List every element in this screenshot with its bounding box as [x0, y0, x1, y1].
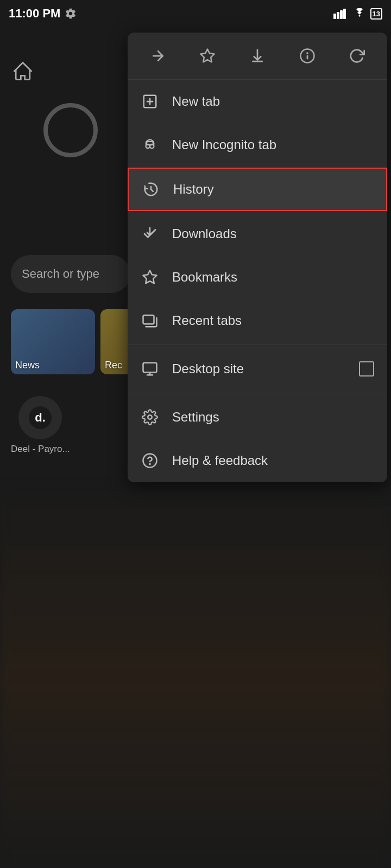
shortcut-deel[interactable]: d. Deel - Payro...	[11, 396, 70, 455]
dropdown-menu: New tab New Incognito tab History	[128, 33, 387, 482]
dropdown-toolbar	[128, 33, 387, 80]
svg-rect-17	[143, 363, 157, 373]
menu-item-bookmarks[interactable]: Bookmarks	[128, 256, 387, 299]
menu-item-downloads[interactable]: Downloads	[128, 212, 387, 256]
search-placeholder: Search or type	[22, 267, 99, 281]
recent-tabs-label: Recent tabs	[172, 313, 374, 328]
desktop-icon	[141, 360, 159, 378]
blurred-background	[0, 488, 391, 868]
settings-icon	[141, 408, 159, 426]
news-thumbnail[interactable]: News	[11, 309, 95, 374]
menu-item-help[interactable]: Help & feedback	[128, 439, 387, 482]
gear-icon	[65, 8, 77, 20]
new-tab-svg	[142, 93, 158, 110]
divider-1	[128, 344, 387, 345]
svg-rect-0	[333, 14, 336, 19]
wifi-icon	[352, 8, 367, 19]
svg-text:d.: d.	[35, 411, 46, 424]
refresh-button[interactable]	[343, 42, 370, 69]
news-label: News	[15, 360, 40, 371]
incognito-label: New Incognito tab	[172, 137, 374, 152]
forward-button[interactable]	[144, 42, 172, 69]
desktop-site-label: Desktop site	[172, 361, 346, 376]
info-icon	[299, 48, 316, 64]
svg-rect-2	[340, 10, 343, 19]
bookmarks-icon	[141, 268, 159, 286]
search-bar[interactable]: Search or type	[11, 255, 130, 293]
download-icon	[249, 48, 266, 64]
desktop-svg	[142, 361, 158, 377]
help-svg	[142, 452, 158, 469]
menu-item-desktop-site[interactable]: Desktop site	[128, 347, 387, 391]
svg-rect-14	[147, 142, 154, 145]
chrome-logo	[43, 103, 98, 157]
signal-icon	[333, 8, 349, 19]
bookmark-icon	[199, 48, 216, 64]
menu-item-incognito[interactable]: New Incognito tab	[128, 123, 387, 167]
svg-rect-3	[343, 9, 346, 19]
info-button[interactable]	[294, 42, 321, 69]
settings-label: Settings	[172, 410, 374, 425]
menu-item-history[interactable]: History	[128, 168, 387, 211]
settings-svg	[142, 409, 158, 425]
history-icon	[142, 180, 160, 199]
recent-tabs-svg	[142, 312, 158, 329]
history-svg	[143, 181, 159, 197]
downloads-label: Downloads	[172, 226, 374, 241]
menu-item-recent-tabs[interactable]: Recent tabs	[128, 299, 387, 342]
forward-icon	[150, 48, 166, 64]
shortcut-label-deel: Deel - Payro...	[11, 444, 70, 455]
new-tab-icon	[141, 92, 159, 111]
menu-item-new-tab[interactable]: New tab	[128, 80, 387, 123]
status-bar: 11:00 PM 13	[0, 0, 391, 27]
downloads-icon	[141, 225, 159, 243]
svg-marker-15	[143, 271, 157, 284]
svg-point-20	[148, 415, 152, 419]
home-icon	[11, 60, 35, 86]
bookmarks-label: Bookmarks	[172, 270, 374, 285]
home-svg-icon	[11, 60, 35, 84]
svg-rect-16	[143, 315, 154, 324]
incognito-svg	[142, 137, 158, 153]
shortcut-row: d. Deel - Payro...	[11, 396, 70, 455]
status-icons: 13	[333, 8, 382, 20]
shortcut-icon-deel: d.	[18, 396, 62, 439]
recent-tabs-icon	[141, 311, 159, 330]
history-label: History	[173, 182, 373, 197]
svg-rect-1	[337, 12, 339, 19]
recent-label: Rec	[105, 360, 122, 371]
bookmarks-svg	[142, 269, 158, 285]
deel-icon: d.	[29, 406, 52, 429]
battery-indicator: 13	[370, 8, 382, 20]
download-button[interactable]	[244, 42, 271, 69]
downloads-svg	[142, 226, 158, 242]
refresh-icon	[349, 48, 365, 64]
help-icon	[141, 451, 159, 470]
incognito-icon	[141, 136, 159, 154]
menu-item-settings[interactable]: Settings	[128, 395, 387, 439]
help-label: Help & feedback	[172, 453, 374, 468]
divider-2	[128, 393, 387, 393]
desktop-site-checkbox[interactable]	[359, 361, 374, 376]
status-time: 11:00 PM	[9, 7, 77, 21]
bookmark-button[interactable]	[194, 42, 221, 69]
new-tab-label: New tab	[172, 94, 374, 109]
